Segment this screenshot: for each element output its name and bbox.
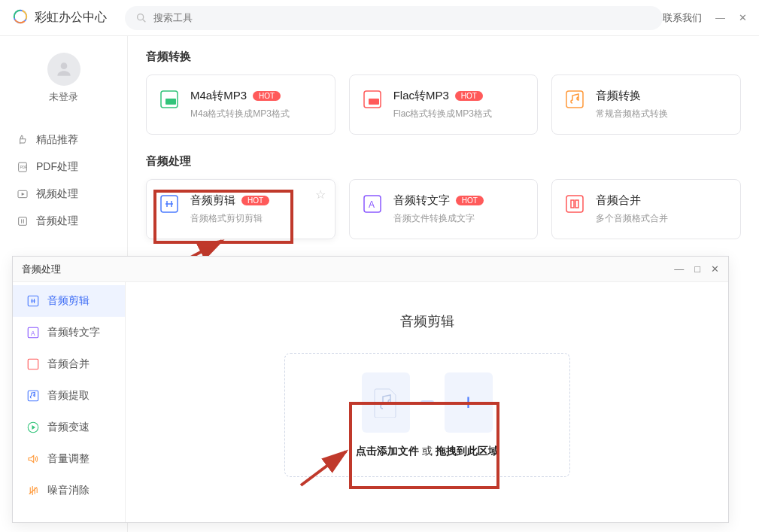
nav-audio[interactable]: 音频处理 bbox=[0, 208, 127, 235]
nav-label: 视频处理 bbox=[36, 187, 78, 201]
search-input[interactable] bbox=[153, 12, 652, 23]
subnav-volume[interactable]: 音量调整 bbox=[13, 443, 125, 475]
nav-pdf[interactable]: PDF PDF处理 bbox=[0, 154, 127, 181]
app-title: 彩虹办公中心 bbox=[35, 10, 107, 26]
nav-label: 音频处理 bbox=[36, 214, 78, 228]
svg-point-6 bbox=[60, 62, 67, 69]
card-audio-convert[interactable]: 音频转换 常规音频格式转换 bbox=[551, 74, 741, 135]
subnav-speed[interactable]: 音频变速 bbox=[13, 412, 125, 443]
subnav-label: 音频变速 bbox=[47, 421, 90, 434]
card-desc: 音频文件转换成文字 bbox=[393, 212, 484, 225]
volume-icon bbox=[26, 452, 40, 466]
subnav-label: 音频提取 bbox=[47, 389, 90, 403]
svg-rect-13 bbox=[165, 99, 176, 105]
edit-icon bbox=[26, 294, 40, 308]
drop-text: 点击添加文件或拖拽到此区域 bbox=[356, 445, 499, 458]
subnav-label: 音频剪辑 bbox=[47, 294, 90, 308]
svg-rect-16 bbox=[566, 91, 583, 108]
card-title: 音频合并 bbox=[596, 193, 641, 208]
avatar[interactable] bbox=[47, 53, 80, 86]
svg-rect-26 bbox=[28, 359, 38, 369]
subnav-denoise[interactable]: 噪音消除 bbox=[13, 475, 125, 506]
card-desc: 音频格式剪切剪辑 bbox=[190, 212, 269, 225]
nav-video[interactable]: 视频处理 bbox=[0, 181, 127, 208]
nav-label: 精品推荐 bbox=[36, 133, 78, 147]
card-desc: M4a格式转换成MP3格式 bbox=[190, 108, 290, 120]
svg-rect-27 bbox=[28, 391, 38, 401]
card-audio-edit[interactable]: ☆ 音频剪辑HOT 音频格式剪切剪辑 bbox=[146, 179, 335, 239]
speed-icon bbox=[26, 421, 40, 434]
card-desc: 常规音频格式转换 bbox=[596, 108, 668, 120]
audio-process-window: 音频处理 — □ ✕ 音频剪辑 A 音频转文字 音频合并 音频提取 bbox=[12, 256, 729, 523]
subnav-extract[interactable]: 音频提取 bbox=[13, 380, 125, 412]
extract-icon bbox=[26, 389, 40, 403]
app-logo: 彩虹办公中心 bbox=[12, 8, 125, 28]
card-title: 音频转文字 bbox=[393, 193, 450, 208]
svg-line-5 bbox=[143, 20, 145, 22]
denoise-icon bbox=[26, 484, 40, 497]
card-desc: Flac格式转换成MP3格式 bbox=[393, 108, 492, 120]
hot-badge: HOT bbox=[455, 91, 483, 101]
dash-icon bbox=[420, 400, 434, 405]
section-audio-convert: 音频转换 bbox=[146, 50, 741, 64]
text-icon: A bbox=[26, 326, 40, 339]
subwin-heading: 音频剪辑 bbox=[400, 312, 454, 330]
hot-badge: HOT bbox=[241, 196, 269, 205]
card-desc: 多个音频格式合并 bbox=[596, 212, 668, 225]
drop-zone[interactable]: + 点击添加文件或拖拽到此区域 bbox=[284, 353, 570, 477]
card-m4a-mp3[interactable]: M4a转MP3HOT M4a格式转换成MP3格式 bbox=[146, 74, 335, 135]
card-title: 音频转换 bbox=[596, 89, 641, 103]
audio-icon bbox=[17, 215, 29, 227]
merge-icon bbox=[564, 193, 585, 214]
search-box[interactable] bbox=[125, 6, 663, 30]
card-audio-merge[interactable]: 音频合并 多个音频格式合并 bbox=[551, 179, 741, 239]
card-audio-totext[interactable]: A 音频转文字HOT 音频文件转换成文字 bbox=[349, 179, 539, 239]
play-icon bbox=[17, 188, 29, 200]
svg-rect-20 bbox=[566, 196, 583, 212]
music-icon bbox=[564, 89, 585, 110]
text-icon: A bbox=[362, 193, 383, 214]
nav-featured[interactable]: 精品推荐 bbox=[0, 126, 127, 154]
sub-maximize-button[interactable]: □ bbox=[694, 263, 700, 275]
subnav-label: 噪音消除 bbox=[47, 484, 90, 497]
login-status[interactable]: 未登录 bbox=[0, 90, 127, 104]
svg-point-4 bbox=[138, 14, 144, 20]
nav-label: PDF处理 bbox=[36, 160, 78, 174]
card-flac-mp3[interactable]: Flac转MP3HOT Flac格式转换成MP3格式 bbox=[349, 74, 539, 135]
subnav-merge[interactable]: 音频合并 bbox=[13, 348, 125, 380]
pdf-icon: PDF bbox=[17, 161, 29, 173]
sub-close-button[interactable]: ✕ bbox=[711, 263, 719, 275]
star-icon[interactable]: ☆ bbox=[315, 187, 326, 202]
hot-badge: HOT bbox=[253, 91, 281, 101]
card-title: 音频剪辑 bbox=[190, 193, 235, 208]
svg-marker-29 bbox=[32, 425, 36, 430]
card-title: Flac转MP3 bbox=[393, 89, 449, 103]
thumb-icon bbox=[17, 134, 29, 146]
contact-link[interactable]: 联系我们 bbox=[663, 11, 702, 25]
merge-icon bbox=[26, 357, 40, 371]
sub-minimize-button[interactable]: — bbox=[674, 263, 684, 275]
close-button[interactable]: ✕ bbox=[739, 12, 747, 23]
svg-text:A: A bbox=[369, 199, 375, 210]
subnav-totext[interactable]: A 音频转文字 bbox=[13, 317, 125, 348]
svg-rect-11 bbox=[19, 217, 27, 226]
card-title: M4a转MP3 bbox=[190, 89, 247, 103]
subnav-label: 音频转文字 bbox=[47, 326, 100, 339]
logo-icon bbox=[12, 8, 29, 28]
minimize-button[interactable]: — bbox=[715, 12, 725, 23]
svg-text:A: A bbox=[31, 330, 35, 337]
search-icon bbox=[135, 12, 147, 24]
user-icon bbox=[54, 59, 74, 79]
svg-marker-10 bbox=[22, 193, 25, 196]
hot-badge: HOT bbox=[456, 196, 484, 205]
svg-rect-15 bbox=[369, 99, 379, 105]
subnav-label: 音频合并 bbox=[47, 357, 90, 371]
file-icon bbox=[362, 372, 410, 433]
mp3-icon bbox=[362, 89, 383, 110]
section-audio-process: 音频处理 bbox=[146, 154, 741, 169]
plus-icon: + bbox=[445, 372, 493, 433]
subnav-label: 音量调整 bbox=[47, 452, 90, 466]
subwin-title: 音频处理 bbox=[22, 263, 674, 276]
subnav-edit[interactable]: 音频剪辑 bbox=[13, 285, 125, 317]
svg-text:PDF: PDF bbox=[20, 166, 27, 169]
